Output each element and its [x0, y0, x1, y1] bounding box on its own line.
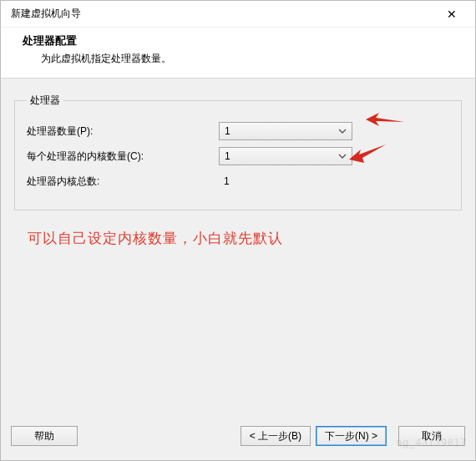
label-processor-count: 处理器数量(P): — [27, 124, 219, 139]
back-button[interactable]: < 上一步(B) — [241, 426, 311, 446]
close-button[interactable]: ✕ — [435, 3, 468, 26]
annotation-text: 可以自己设定内核数量，小白就先默认 — [13, 229, 463, 248]
page-heading: 处理器配置 — [23, 34, 457, 48]
select-processor-count-value: 1 — [225, 125, 230, 137]
select-cores-per-processor[interactable]: 1 — [219, 147, 352, 165]
select-processor-count[interactable]: 1 — [219, 122, 352, 140]
row-cores-per-processor: 每个处理器的内核数量(C): 1 — [27, 146, 449, 166]
page-subheading: 为此虚拟机指定处理器数量。 — [23, 52, 457, 66]
wizard-footer: 帮助 < 上一步(B) 下一步(N) > 取消 — [1, 420, 475, 460]
label-cores-per-processor: 每个处理器的内核数量(C): — [27, 149, 219, 164]
help-button[interactable]: 帮助 — [11, 426, 78, 446]
titlebar: 新建虚拟机向导 ✕ — [1, 1, 475, 28]
processor-group-legend: 处理器 — [27, 94, 63, 108]
processor-group: 处理器 处理器数量(P): 1 每个处理器的内核数量(C): 1 处理器内核总数… — [14, 94, 462, 210]
label-total-cores: 处理器内核总数: — [27, 175, 219, 189]
cancel-button[interactable]: 取消 — [398, 426, 465, 446]
next-button[interactable]: 下一步(N) > — [316, 426, 387, 446]
select-cores-per-processor-value: 1 — [225, 150, 230, 162]
wizard-content: 处理器 处理器数量(P): 1 每个处理器的内核数量(C): 1 处理器内核总数… — [1, 79, 475, 248]
close-icon: ✕ — [447, 8, 457, 21]
chevron-down-icon — [338, 151, 347, 161]
chevron-down-icon — [338, 126, 347, 136]
wizard-header: 处理器配置 为此虚拟机指定处理器数量。 — [1, 28, 475, 79]
row-total-cores: 处理器内核总数: 1 — [27, 171, 449, 191]
value-total-cores: 1 — [219, 175, 230, 187]
window-title: 新建虚拟机向导 — [11, 7, 435, 21]
row-processor-count: 处理器数量(P): 1 — [27, 121, 449, 141]
